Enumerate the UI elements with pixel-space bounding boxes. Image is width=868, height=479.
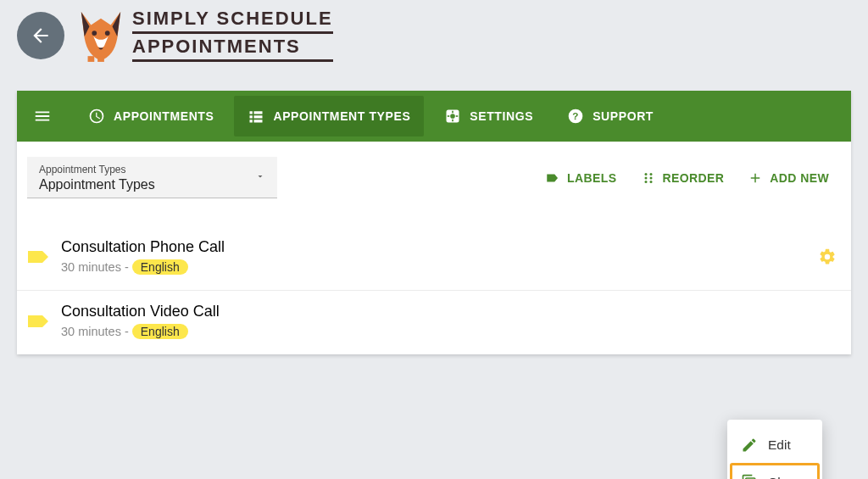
fox-icon: [76, 8, 125, 63]
app-card: APPOINTMENTS APPOINTMENT TYPES SETTINGS …: [17, 91, 851, 354]
reorder-button[interactable]: REORDER: [629, 164, 737, 192]
pencil-icon: [741, 437, 758, 454]
menu-clone[interactable]: Clone: [731, 464, 819, 479]
tool-label: REORDER: [663, 171, 725, 185]
copy-icon: [741, 474, 758, 479]
nav-label: SETTINGS: [470, 109, 533, 123]
svg-point-0: [92, 31, 97, 36]
label-icon: [545, 170, 560, 186]
svg-rect-6: [452, 111, 453, 114]
item-duration: 30 minutes: [61, 260, 121, 274]
back-button[interactable]: [17, 12, 64, 59]
dropdown-value: Appointment Types: [39, 177, 265, 192]
svg-rect-9: [456, 115, 459, 117]
list-item[interactable]: Consultation Video Call 30 minutes - Eng…: [17, 291, 851, 354]
nav-support[interactable]: ? SUPPORT: [554, 96, 667, 136]
brand-line2: APPOINTMENTS: [132, 36, 301, 57]
item-chip: English: [132, 324, 188, 339]
drag-icon: [641, 170, 656, 186]
settings-square-icon: [444, 108, 461, 125]
svg-point-12: [644, 173, 647, 175]
clock-icon: [88, 108, 105, 125]
nav-appointment-types[interactable]: APPOINTMENT TYPES: [234, 96, 424, 136]
dropdown-label: Appointment Types: [39, 164, 265, 175]
add-new-button[interactable]: ADD NEW: [736, 164, 841, 192]
appointment-type-list: Consultation Phone Call 30 minutes - Eng…: [17, 226, 851, 354]
labels-button[interactable]: LABELS: [533, 164, 628, 192]
menu-label: Edit: [768, 437, 791, 453]
nav-label: SUPPORT: [593, 109, 654, 123]
plus-icon: [748, 170, 763, 186]
tool-label: ADD NEW: [770, 171, 829, 185]
appointment-types-dropdown[interactable]: Appointment Types Appointment Types: [27, 157, 277, 198]
help-icon: ?: [567, 108, 584, 125]
toolbar: Appointment Types Appointment Types LABE…: [17, 142, 851, 198]
tag-icon: [27, 313, 49, 330]
svg-point-5: [450, 114, 455, 119]
menu-button[interactable]: [25, 99, 59, 133]
svg-point-14: [644, 176, 647, 179]
item-duration: 30 minutes: [61, 325, 121, 338]
nav-label: APPOINTMENT TYPES: [273, 109, 410, 123]
svg-point-13: [649, 173, 652, 175]
svg-point-17: [649, 181, 652, 183]
svg-text:?: ?: [572, 110, 579, 121]
item-title: Consultation Phone Call: [61, 238, 814, 256]
brand-logo: SIMPLY SCHEDULE APPOINTMENTS: [76, 8, 333, 63]
item-title: Consultation Video Call: [61, 303, 841, 320]
svg-point-16: [644, 181, 647, 183]
context-menu: Edit Clone Delete: [727, 420, 822, 479]
navbar: APPOINTMENTS APPOINTMENT TYPES SETTINGS …: [17, 91, 851, 142]
chevron-down-icon: [255, 170, 265, 185]
svg-rect-3: [97, 56, 104, 62]
tag-icon: [27, 248, 49, 265]
list-icon: [248, 108, 264, 125]
item-chip: English: [132, 259, 188, 275]
menu-edit[interactable]: Edit: [731, 426, 819, 464]
brand-line1: SIMPLY SCHEDULE: [132, 9, 333, 28]
menu-label: Clone: [768, 475, 803, 479]
item-settings-button[interactable]: [814, 243, 841, 270]
svg-point-15: [649, 176, 652, 179]
list-item[interactable]: Consultation Phone Call 30 minutes - Eng…: [17, 226, 851, 291]
svg-rect-7: [452, 120, 453, 122]
svg-point-1: [105, 31, 110, 36]
nav-label: APPOINTMENTS: [114, 109, 214, 123]
svg-rect-8: [448, 115, 450, 117]
tool-label: LABELS: [567, 171, 616, 185]
nav-appointments[interactable]: APPOINTMENTS: [75, 96, 227, 136]
gear-icon: [818, 248, 837, 266]
hamburger-icon: [33, 107, 52, 125]
nav-settings[interactable]: SETTINGS: [431, 96, 547, 136]
arrow-left-icon: [30, 25, 52, 47]
svg-rect-2: [88, 56, 95, 62]
